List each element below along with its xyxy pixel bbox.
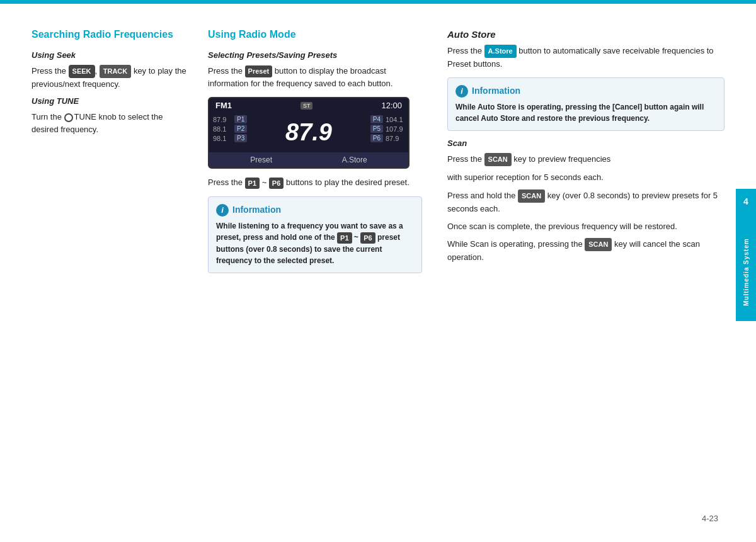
using-seek-title: Using Seek <box>32 50 189 60</box>
preset-row-p6: P6 87.9 <box>370 134 404 142</box>
seek-button: SEEK <box>69 65 95 78</box>
col3-info-title: i Information <box>455 84 716 98</box>
footer-astore-label: A.Store <box>342 155 367 164</box>
page-content: Searching Radio Frequencies Using Seek P… <box>0 4 756 306</box>
preset-row-p4: P4 104.1 <box>370 115 404 123</box>
column-2: Using Radio Mode Selecting Presets/Savin… <box>208 29 441 281</box>
radio-header: FM1 ST 12:00 <box>209 98 408 113</box>
press-p1-p6-text: Press the P1 ~ P6 buttons to play the de… <box>208 176 422 189</box>
scan-section: Scan Press the SCAN key to preview frequ… <box>447 138 724 264</box>
p6-button: P6 <box>269 178 284 189</box>
using-tune-title: Using TUNE <box>32 96 189 106</box>
scan-text6: Once scan is complete, the previous freq… <box>447 220 724 233</box>
auto-store-title: Auto Store <box>447 29 724 40</box>
radio-main-frequency: 87.9 <box>251 113 367 152</box>
col1-section-title: Searching Radio Frequencies <box>32 29 189 40</box>
scan-text7: While Scan is operating, pressing the SC… <box>447 238 724 264</box>
scan-text4: Press and hold the SCAN key (over 0.8 se… <box>447 189 724 215</box>
chapter-label: Multimedia System <box>736 208 756 321</box>
scan-title: Scan <box>447 138 724 148</box>
using-tune-text: Turn the TUNE knob to select the desired… <box>32 111 189 135</box>
col2-info-title: i Information <box>216 203 414 217</box>
col3-info-icon: i <box>455 85 468 98</box>
tune-knob-icon <box>64 113 73 122</box>
auto-store-text: Press the A.Store button to automaticall… <box>447 45 724 70</box>
col2-info-text: While listening to a frequency you want … <box>216 220 414 266</box>
radio-display: FM1 ST 12:00 87.9 P1 88.1 P2 98.1 <box>208 97 410 169</box>
footer-preset-label: Preset <box>250 155 272 164</box>
radio-footer: Preset A.Store <box>209 152 408 167</box>
radio-st-badge: ST <box>301 102 313 110</box>
scan-button-1: SCAN <box>484 153 512 166</box>
scan-button-3: SCAN <box>585 238 612 251</box>
scan-text1: Press the SCAN key to preview frequencie… <box>447 153 724 166</box>
column-3: Auto Store Press the A.Store button to a… <box>441 29 724 281</box>
scan-button-2: SCAN <box>518 189 545 203</box>
radio-time: 12:00 <box>381 101 402 110</box>
radio-station: FM1 <box>215 101 232 110</box>
column-1: Searching Radio Frequencies Using Seek P… <box>32 29 208 281</box>
selecting-presets-text: Press the Preset button to display the b… <box>208 65 422 89</box>
col3-info-text: While Auto Store is operating, pressing … <box>455 101 716 124</box>
astore-button: A.Store <box>484 45 517 58</box>
preset-row-p5: P5 107.9 <box>370 125 404 133</box>
preset-row-p2: 88.1 P2 <box>213 125 247 133</box>
info-p6-button: P6 <box>360 232 375 244</box>
page-number: 4-23 <box>702 514 718 523</box>
preset-row-p3: 98.1 P3 <box>213 134 247 142</box>
col2-info-box: i Information While listening to a frequ… <box>208 196 422 273</box>
presets-right: P4 104.1 P5 107.9 P6 87.9 <box>367 113 408 152</box>
radio-main: 87.9 P1 88.1 P2 98.1 P3 87.9 P4 <box>209 113 408 152</box>
p1-button: P1 <box>245 178 260 189</box>
preset-row-p1: 87.9 P1 <box>213 115 247 123</box>
presets-left: 87.9 P1 88.1 P2 98.1 P3 <box>209 113 251 152</box>
col3-info-box: i Information While Auto Store is operat… <box>447 77 724 131</box>
selecting-presets-title: Selecting Presets/Saving Presets <box>208 50 422 60</box>
seek-text1: Press the <box>32 66 66 76</box>
info-icon: i <box>216 204 229 217</box>
info-p1-button: P1 <box>337 232 352 244</box>
track-button: TRACK <box>100 65 132 78</box>
using-seek-text: Press the SEEK, TRACK key to play the pr… <box>32 65 189 90</box>
scan-text3: with superior reception for 5 seconds ea… <box>447 171 724 184</box>
preset-button: Preset <box>245 65 273 77</box>
col2-section-title: Using Radio Mode <box>208 29 422 40</box>
